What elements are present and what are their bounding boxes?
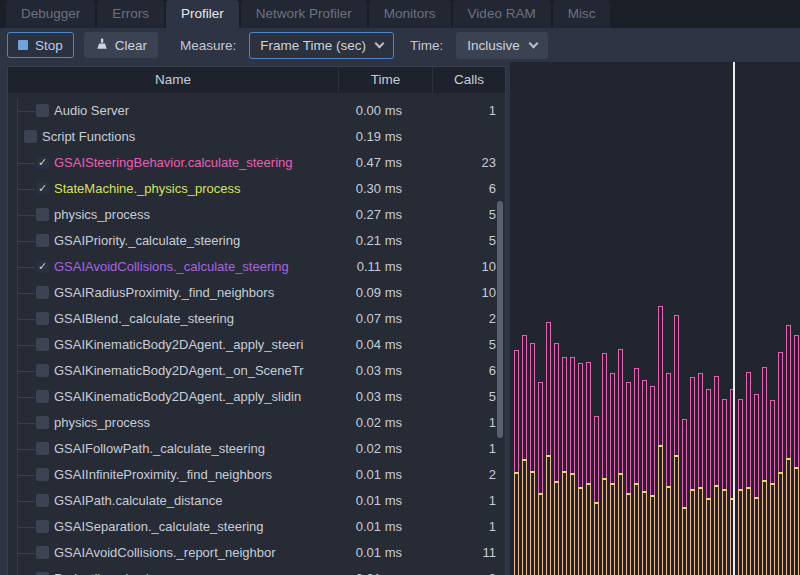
table-row[interactable]: Audio Server0.00 ms1 — [8, 98, 505, 124]
row-checkbox[interactable] — [36, 208, 49, 221]
profiler-toolbar: Stop Clear Measure: Frame Time (sec) Tim… — [0, 28, 800, 62]
table-row[interactable]: GSAIKinematicBody2DAgent._apply_slidin0.… — [8, 384, 505, 410]
tab-video-ram[interactable]: Video RAM — [453, 0, 551, 28]
row-checkbox[interactable] — [36, 312, 49, 325]
row-checkbox[interactable] — [36, 546, 49, 559]
frame-bar-overlap-segment — [794, 467, 799, 575]
table-row[interactable]: Script Functions0.19 ms — [8, 124, 505, 150]
column-header-time[interactable]: Time — [338, 67, 432, 93]
tree-branch-line — [18, 527, 35, 528]
row-name: physics_process — [54, 410, 335, 436]
row-time: 0.02 ms — [338, 436, 402, 462]
frame-bar-overlap-segment — [690, 489, 695, 575]
tree-branch-line — [18, 241, 35, 242]
table-row[interactable]: GSAIPath.calculate_distance0.01 ms1 — [8, 488, 505, 514]
tab-errors[interactable]: Errors — [97, 0, 164, 28]
measure-dropdown[interactable]: Frame Time (sec) — [249, 32, 394, 59]
tab-debugger[interactable]: Debugger — [6, 0, 95, 28]
row-time: 0.11 ms — [338, 254, 402, 280]
row-name: Audio Server — [54, 98, 335, 124]
column-header-calls[interactable]: Calls — [432, 67, 505, 93]
row-time: 0.07 ms — [338, 306, 402, 332]
row-checkbox[interactable] — [36, 520, 49, 533]
frame-bar — [714, 376, 719, 575]
tree-branch-line — [18, 371, 35, 372]
tab-profiler[interactable]: Profiler — [166, 0, 239, 28]
row-checkbox[interactable] — [36, 468, 49, 481]
frame-bar-pink-segment — [538, 382, 543, 493]
row-checkbox-checked[interactable]: ✓ — [36, 182, 49, 195]
column-header-name[interactable]: Name — [8, 67, 338, 93]
clear-button[interactable]: Clear — [84, 32, 158, 58]
table-row[interactable]: physics_process0.02 ms1 — [8, 410, 505, 436]
frame-bar-overlap-segment — [578, 487, 583, 575]
row-checkbox[interactable] — [36, 364, 49, 377]
frame-bar — [786, 325, 791, 575]
table-scrollbar[interactable] — [497, 201, 503, 438]
table-row[interactable]: ✓GSAIAvoidCollisions._calculate_steering… — [8, 254, 505, 280]
row-time: 0.00 ms — [338, 98, 402, 124]
frame-bar-pink-segment — [554, 343, 559, 481]
frame-bar — [738, 399, 743, 575]
row-checkbox[interactable] — [36, 494, 49, 507]
table-row[interactable]: GSAIKinematicBody2DAgent._apply_steeri0.… — [8, 332, 505, 358]
row-checkbox[interactable] — [36, 390, 49, 403]
row-name: GSAIRadiusProximity._find_neighbors — [54, 280, 335, 306]
table-row[interactable]: GSAIFollowPath._calculate_steering0.02 m… — [8, 436, 505, 462]
frame-bar-pink-segment — [586, 362, 591, 483]
time-dropdown-value: Inclusive — [467, 38, 520, 53]
row-name: GSAIAvoidCollisions._report_neighbor — [54, 540, 335, 566]
row-calls: 10 — [408, 280, 496, 306]
row-checkbox-checked[interactable]: ✓ — [36, 260, 49, 273]
frame-bar-pink-segment — [762, 367, 767, 480]
table-row[interactable]: GSAIBlend._calculate_steering0.07 ms2 — [8, 306, 505, 332]
tree-branch-line — [18, 345, 35, 346]
table-row[interactable]: Projectile._physics_process0.01 ms2 — [8, 566, 505, 575]
row-calls: 10 — [408, 254, 496, 280]
frame-bar-pink-segment — [610, 373, 615, 483]
frame-bar — [770, 400, 775, 575]
frame-bar-pink-segment — [650, 386, 655, 495]
table-row[interactable]: ✓StateMachine._physics_process0.30 ms6 — [8, 176, 505, 202]
row-checkbox[interactable] — [24, 130, 37, 143]
row-checkbox[interactable] — [36, 338, 49, 351]
frame-bar — [754, 394, 759, 575]
row-checkbox[interactable] — [36, 286, 49, 299]
clear-label: Clear — [115, 38, 147, 53]
frame-bar — [690, 377, 695, 575]
frame-bar-overlap-segment — [538, 493, 543, 575]
row-checkbox[interactable] — [36, 442, 49, 455]
frame-bar-overlap-segment — [602, 478, 607, 575]
frame-bar-pink-segment — [746, 372, 751, 487]
frame-bar-overlap-segment — [706, 498, 711, 575]
frame-bar-overlap-segment — [746, 487, 751, 575]
table-row[interactable]: physics_process0.27 ms5 — [8, 202, 505, 228]
row-time: 0.03 ms — [338, 384, 402, 410]
tab-misc[interactable]: Misc — [553, 0, 611, 28]
frame-bar-pink-segment — [714, 376, 719, 485]
tab-monitors[interactable]: Monitors — [369, 0, 451, 28]
frame-bar-overlap-segment — [562, 471, 567, 575]
table-row[interactable]: GSAIRadiusProximity._find_neighbors0.09 … — [8, 280, 505, 306]
frame-bar-pink-segment — [570, 357, 575, 473]
time-dropdown[interactable]: Inclusive — [456, 32, 548, 59]
row-checkbox[interactable] — [36, 416, 49, 429]
frame-indicator-line — [733, 62, 735, 575]
table-row[interactable]: GSAIInfiniteProximity._find_neighbors0.0… — [8, 462, 505, 488]
frame-time-graph[interactable] — [510, 62, 800, 575]
table-row[interactable]: GSAISeparation._calculate_steering0.01 m… — [8, 514, 505, 540]
table-row[interactable]: GSAIPriority._calculate_steering0.21 ms5 — [8, 228, 505, 254]
table-row[interactable]: GSAIKinematicBody2DAgent._on_SceneTr0.03… — [8, 358, 505, 384]
row-name: GSAIKinematicBody2DAgent._apply_slidin — [54, 384, 335, 410]
row-calls: 1 — [408, 98, 496, 124]
table-row[interactable]: GSAIAvoidCollisions._report_neighbor0.01… — [8, 540, 505, 566]
row-name: GSAIKinematicBody2DAgent._on_SceneTr — [54, 358, 335, 384]
row-checkbox[interactable] — [36, 234, 49, 247]
table-row[interactable]: ✓GSAISteeringBehavior.calculate_steering… — [8, 150, 505, 176]
tab-network-profiler[interactable]: Network Profiler — [241, 0, 367, 28]
frame-bar-overlap-segment — [530, 471, 535, 575]
frame-bar-pink-segment — [658, 306, 663, 445]
row-checkbox-checked[interactable]: ✓ — [36, 156, 49, 169]
row-checkbox[interactable] — [36, 104, 49, 117]
stop-button[interactable]: Stop — [7, 32, 74, 58]
